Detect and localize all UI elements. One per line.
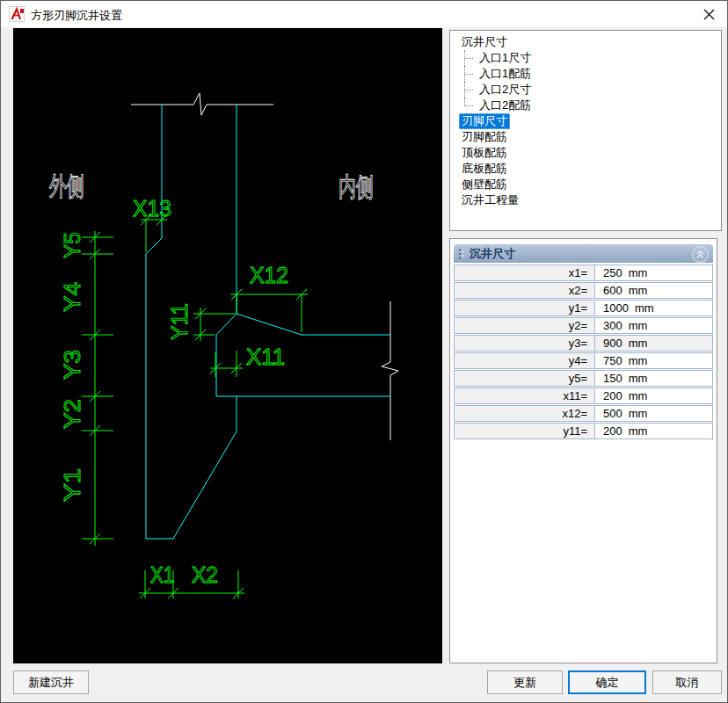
dim-label-y5: Y5 [60,232,84,258]
property-row: y2=300mm [454,317,713,334]
dim-label-x1: X1 [150,562,174,587]
dim-label-y4: Y4 [60,282,84,312]
property-label: y2= [455,318,595,333]
property-value: 250 [603,266,622,279]
property-value-field[interactable]: 750mm [595,353,712,368]
tree-item-6[interactable]: 刃脚配筋 [459,129,510,145]
property-value: 750 [603,354,622,367]
titlebar: 方形刃脚沉井设置 [1,1,727,27]
tree-row: 侧壁配筋 [455,177,719,192]
grip-icon [458,248,464,260]
property-value-field[interactable]: 200mm [595,424,712,438]
property-value: 600 [603,284,622,297]
chevron-up-icon [695,250,705,259]
property-label: y1= [455,301,595,315]
top-break-line [131,93,273,115]
tree-item-10[interactable]: 沉井工程量 [459,192,521,208]
property-group-header[interactable]: 沉井尺寸 [454,244,713,263]
property-value-field[interactable]: 500mm [595,406,712,421]
property-unit: mm [629,266,648,279]
property-value: 900 [603,337,622,350]
property-value: 1000 [603,301,629,315]
tree-row: 沉井工程量 [455,192,719,208]
settings-tree: 沉井尺寸入口1尺寸入口1配筋入口2尺寸入口2配筋刃脚尺寸刃脚配筋顶板配筋底板配筋… [449,30,722,231]
close-icon [703,9,715,20]
dim-label-x11: X11 [246,344,285,369]
property-group-title: 沉井尺寸 [470,246,515,262]
app-icon [9,6,25,22]
property-unit: mm [635,301,654,315]
window-title: 方形刃脚沉井设置 [31,8,122,24]
tree-connector [464,50,474,66]
tree-item-5[interactable]: 刃脚尺寸 [459,113,510,129]
property-value-field[interactable]: 1000mm [595,301,712,315]
property-label: x11= [455,388,595,403]
tree-item-3[interactable]: 入口2尺寸 [477,82,534,98]
property-label: y11= [455,424,595,438]
property-value-field[interactable]: 900mm [595,336,712,351]
property-row: x2=600mm [454,282,713,299]
property-unit: mm [629,284,648,297]
caisson-section-drawing: 外侧 内侧 [13,28,442,663]
collapse-button[interactable] [692,246,709,263]
dim-label-x2: X2 [192,562,218,587]
dim-label-x13: X13 [133,196,171,221]
tree-item-1[interactable]: 入口1尺寸 [477,50,534,66]
dim-label-y2: Y2 [60,399,84,429]
property-unit: mm [629,407,648,420]
property-label: y4= [455,353,595,368]
property-value: 300 [603,319,622,332]
property-label: x12= [455,406,595,421]
tree-item-9[interactable]: 侧壁配筋 [459,177,510,192]
dim-label-y1: Y1 [60,468,84,502]
property-row: x11=200mm [454,388,713,404]
new-caisson-button[interactable]: 新建沉井 [13,670,89,694]
property-value: 200 [603,389,622,402]
property-row: y1=1000mm [454,300,713,316]
tree-row: 沉井尺寸 [455,34,719,50]
property-label: x1= [455,265,595,280]
property-value: 200 [603,424,622,438]
property-unit: mm [629,319,648,332]
property-label: y5= [455,371,595,386]
tree-row: 刃脚配筋 [455,129,719,145]
tree-item-0[interactable]: 沉井尺寸 [459,34,510,50]
tree-item-4[interactable]: 入口2配筋 [477,98,534,113]
close-button[interactable] [697,4,720,24]
property-row: y5=150mm [454,370,713,387]
tree-connector [464,66,474,82]
tree-item-7[interactable]: 顶板配筋 [459,145,510,161]
property-value-field[interactable]: 250mm [595,265,712,280]
property-value: 150 [603,372,622,385]
tree-row: 入口2尺寸 [455,82,719,98]
property-rows: x1=250mmx2=600mmy1=1000mmy2=300mmy3=900m… [454,265,713,439]
property-unit: mm [629,354,648,367]
drawing-preview-canvas: 外侧 内侧 [13,28,442,663]
tree-item-2[interactable]: 入口1配筋 [477,66,534,82]
property-value-field[interactable]: 150mm [595,371,712,386]
property-row: x1=250mm [454,265,713,281]
update-button[interactable]: 更新 [487,670,563,694]
cancel-button[interactable]: 取消 [652,670,722,694]
tree-row: 入口1配筋 [455,66,719,82]
property-value-field[interactable]: 600mm [595,283,712,298]
tree-item-8[interactable]: 底板配筋 [459,161,510,177]
right-break-line [382,301,398,440]
property-label: x2= [455,283,595,298]
property-unit: mm [629,424,648,438]
property-value-field[interactable]: 200mm [595,388,712,403]
property-value-field[interactable]: 300mm [595,318,712,333]
property-row: y4=750mm [454,352,713,369]
dialog-window: 方形刃脚沉井设置 外侧 内侧 [0,0,728,703]
tree-row: 刃脚尺寸 [455,113,719,129]
tree-connector [464,98,474,106]
property-value: 500 [603,407,622,420]
outer-side-label: 外侧 [49,171,84,200]
inner-side-label: 内侧 [339,172,374,201]
tree-connector [464,82,474,98]
property-row: x12=500mm [454,405,713,422]
tree-row: 底板配筋 [455,161,719,177]
property-row: y11=200mm [454,423,713,439]
property-unit: mm [629,372,648,385]
ok-button[interactable]: 确定 [568,670,646,694]
